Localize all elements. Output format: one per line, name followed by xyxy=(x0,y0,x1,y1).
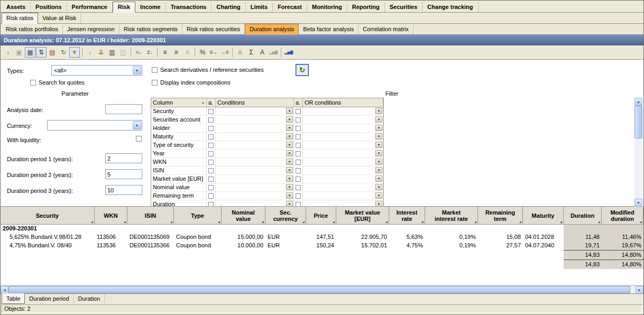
vertical-scrollbar-track[interactable] xyxy=(634,106,642,199)
condition-dropdown[interactable]: ▼ xyxy=(216,124,294,132)
display-index-checkbox[interactable]: Display index compositions xyxy=(152,79,231,86)
chevron-down-icon[interactable]: ▼ xyxy=(375,108,382,114)
tab-risk-ratios[interactable]: Risk ratios xyxy=(2,13,38,24)
condition-dropdown[interactable]: ▼ xyxy=(216,183,294,191)
or-condition-dropdown[interactable]: ▼ xyxy=(303,192,383,200)
scroll-up-button[interactable]: ▲ xyxy=(634,98,642,106)
expand-rows-icon[interactable]: ⇅ xyxy=(36,47,47,58)
or-checkbox[interactable] xyxy=(296,109,301,114)
types-dropdown[interactable]: <all> ▼ xyxy=(51,65,142,76)
subtab-correlation-matrix[interactable]: Correlation matrix xyxy=(358,24,413,34)
column-header-market-value-eur[interactable]: Market value [EUR] xyxy=(336,207,389,225)
or-condition-dropdown[interactable]: ▼ xyxy=(303,107,383,115)
or-checkbox[interactable] xyxy=(296,134,301,140)
chevron-down-icon[interactable]: ▼ xyxy=(286,192,293,199)
column-header-isin[interactable]: ISIN xyxy=(127,207,174,225)
and-checkbox[interactable] xyxy=(208,134,214,140)
filter-column-name[interactable]: Year xyxy=(151,150,207,158)
filter-column-name[interactable]: Holder xyxy=(151,124,207,132)
refresh-button[interactable]: ↻ xyxy=(296,64,309,76)
or-checkbox[interactable] xyxy=(296,185,301,190)
chevron-down-icon[interactable]: ▼ xyxy=(375,125,382,131)
and-checkbox[interactable] xyxy=(208,151,214,156)
and-checkbox[interactable] xyxy=(208,143,214,148)
chevron-down-icon[interactable]: ▼ xyxy=(375,150,382,156)
subtab-beta-factor-analysis[interactable]: Beta factor analysis xyxy=(299,24,358,34)
align-center-icon[interactable]: ≡ xyxy=(171,47,181,58)
currency-icon[interactable]: ¤ xyxy=(235,47,245,58)
and-checkbox[interactable] xyxy=(208,177,214,182)
menu-tab-assets[interactable]: Assets xyxy=(2,2,31,12)
column-header-sec-currency[interactable]: Sec. currency xyxy=(265,207,306,225)
chevron-down-icon[interactable]: ▼ xyxy=(133,66,141,75)
analysis-date-input[interactable] xyxy=(105,104,142,114)
drill-down-icon[interactable]: ↓ xyxy=(85,47,95,58)
chevron-down-icon[interactable]: ▼ xyxy=(375,184,382,190)
and-checkbox[interactable] xyxy=(208,126,214,131)
chevron-down-icon[interactable]: ▼ xyxy=(375,167,382,173)
filter-column-name[interactable]: Securities account xyxy=(151,116,207,124)
chevron-down-icon[interactable]: ▼ xyxy=(286,125,293,131)
chevron-down-icon[interactable]: ▼ xyxy=(375,175,382,182)
column-header-remaining-term[interactable]: Remaining term xyxy=(478,207,523,225)
chevron-down-icon[interactable]: ▼ xyxy=(286,184,293,190)
menu-tab-change-tracking[interactable]: Change tracking xyxy=(422,2,478,12)
menu-tab-monitoring[interactable]: Monitoring xyxy=(307,2,347,12)
drill-all-icon[interactable]: ⇊ xyxy=(96,47,106,58)
chevron-down-icon[interactable]: ▼ xyxy=(375,142,382,148)
filter-column-name[interactable]: Nominal value xyxy=(151,183,207,191)
column-header-duration[interactable]: Duration xyxy=(564,207,602,225)
filter-column-name[interactable]: Remaining term xyxy=(151,192,207,200)
condition-dropdown[interactable]: ▼ xyxy=(216,158,294,166)
condition-dropdown[interactable]: ▼ xyxy=(216,133,294,141)
chevron-down-icon[interactable]: ▼ xyxy=(375,159,382,165)
calculator-icon[interactable]: ▥ xyxy=(107,47,117,58)
or-condition-dropdown[interactable]: ▼ xyxy=(303,150,383,158)
chevron-down-icon[interactable]: ▼ xyxy=(286,108,293,114)
and-checkbox[interactable] xyxy=(208,193,214,199)
sum-icon[interactable]: Σ xyxy=(246,47,256,58)
menu-tab-charting[interactable]: Charting xyxy=(211,2,245,12)
scroll-down-button[interactable]: ▼ xyxy=(634,199,642,207)
and-checkbox[interactable] xyxy=(208,117,214,123)
duration-period-1-input[interactable] xyxy=(105,153,142,163)
filter-column-name[interactable]: Type of security xyxy=(151,141,207,149)
column-header-modified-duration[interactable]: Modified duration xyxy=(602,207,643,225)
subtab-risk-ratios-segments[interactable]: Risk ratios segments xyxy=(119,24,182,34)
condition-dropdown[interactable]: ▼ xyxy=(216,107,294,115)
filter-column-name[interactable]: Security xyxy=(151,107,207,115)
condition-dropdown[interactable]: ▼ xyxy=(216,192,294,200)
currency-dropdown[interactable]: ▼ xyxy=(47,120,142,131)
vertical-scrollbar-thumb[interactable] xyxy=(634,106,642,138)
menu-tab-limits[interactable]: Limits xyxy=(246,2,273,12)
and-checkbox[interactable] xyxy=(208,202,214,207)
view-tab-duration-period[interactable]: Duration period xyxy=(25,294,73,303)
filter-grid-header-column[interactable]: Column ▲ xyxy=(151,98,207,107)
filter-column-name[interactable]: WKN xyxy=(151,158,207,166)
menu-tab-forecast[interactable]: Forecast xyxy=(273,2,307,12)
chevron-down-icon[interactable]: ▼ xyxy=(375,201,382,207)
view-tab-table[interactable]: Table xyxy=(2,293,25,304)
condition-dropdown[interactable]: ▼ xyxy=(216,116,294,124)
percent-icon[interactable]: % xyxy=(197,47,208,58)
bar-chart-icon[interactable]: ▂▅▇ xyxy=(283,47,294,58)
table-settings-icon[interactable]: ▦ xyxy=(25,47,35,58)
or-checkbox[interactable] xyxy=(296,202,301,207)
refresh-icon[interactable]: ↻ xyxy=(58,47,69,58)
filter-grid-header-a[interactable]: a. xyxy=(294,98,303,107)
view-tab-duration[interactable]: Duration xyxy=(74,294,105,303)
checkbox[interactable] xyxy=(30,80,36,86)
scroll-right-button[interactable]: ► xyxy=(636,286,643,294)
or-condition-dropdown[interactable]: ▼ xyxy=(303,141,383,149)
filter-vertical-scrollbar[interactable]: ▲ ▼ xyxy=(634,98,642,207)
filter-grid-header-or-conditions[interactable]: OR conditions xyxy=(303,98,383,107)
table-row[interactable]: 4,75% Bundanl.V. 08/40113536DE0001135366… xyxy=(1,242,643,250)
font-icon[interactable]: A xyxy=(257,47,268,58)
horizontal-scrollbar-track[interactable] xyxy=(8,286,636,293)
checkbox[interactable] xyxy=(152,80,158,86)
filter-column-name[interactable]: Maturity xyxy=(151,133,207,141)
search-quotes-checkbox[interactable]: Search for quotes xyxy=(30,79,85,86)
align-left-icon[interactable]: ≡ xyxy=(160,47,170,58)
or-checkbox[interactable] xyxy=(296,160,301,165)
or-condition-dropdown[interactable]: ▼ xyxy=(303,124,383,132)
